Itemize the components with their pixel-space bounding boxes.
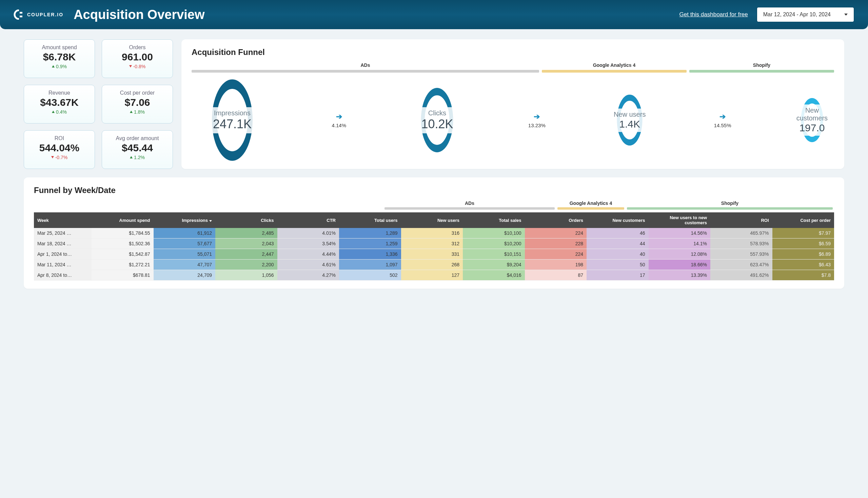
table-row: Mar 11, 2024 …$1,272.2147,7072,2004.61%1…: [34, 260, 834, 270]
cell-orders: 198: [525, 260, 587, 270]
column-header[interactable]: New users: [401, 212, 463, 228]
stage-label: Clicks: [421, 109, 453, 117]
source-label: ADs: [385, 200, 555, 206]
stage-label: New users: [614, 110, 645, 118]
kpi-delta: 0.9%: [52, 64, 67, 69]
kpi-label: Orders: [105, 44, 169, 51]
arrow-right-icon: ➔: [534, 112, 540, 121]
cell-clicks: 2,485: [215, 228, 277, 238]
source-bar: [385, 207, 555, 210]
column-header[interactable]: Impressions: [153, 212, 216, 228]
cell-roi: 557.93%: [710, 249, 772, 260]
kpi-value: 961.00: [105, 51, 169, 63]
coupler-logo-icon: [14, 10, 24, 20]
cell-nu2nc: 14.56%: [649, 228, 711, 238]
column-header[interactable]: Orders: [525, 212, 587, 228]
cell-newcust: 17: [587, 270, 649, 280]
cell-clicks: 2,447: [215, 249, 277, 260]
cell-clicks: 1,056: [215, 270, 277, 280]
stage-value: 1.4K: [614, 118, 645, 130]
funnel-source: ADs: [191, 62, 539, 73]
source-label: Google Analytics 4: [558, 200, 624, 206]
kpi-card: ROI544.04%-0.7%: [24, 130, 95, 169]
conversion-pct: 14.55%: [714, 122, 731, 128]
cell-clicks: 2,043: [215, 238, 277, 249]
cell-week: Apr 8, 2024 to…: [34, 270, 92, 280]
cell-week: Mar 11, 2024 …: [34, 260, 92, 270]
cell-nu2nc: 18.66%: [649, 260, 711, 270]
source-label: ADs: [191, 62, 539, 68]
table-source-bars: ADsGoogle Analytics 4Shopify: [34, 200, 834, 210]
cell-nu2nc: 13.39%: [649, 270, 711, 280]
cell-cpo: $7.8: [772, 270, 834, 280]
cell-newusr: 316: [401, 228, 463, 238]
kpi-delta: 0.4%: [52, 109, 67, 115]
date-range-picker[interactable]: Mar 12, 2024 - Apr 10, 2024: [757, 7, 854, 22]
kpi-delta: 1.8%: [130, 109, 145, 115]
kpi-card: Amount spend$6.78K0.9%: [24, 39, 95, 78]
cell-clicks: 2,200: [215, 260, 277, 270]
source-label: Google Analytics 4: [542, 62, 686, 68]
get-dashboard-link[interactable]: Get this dashboard for free: [680, 11, 748, 18]
cell-totusr: 1,097: [339, 260, 401, 270]
cell-spend: $1,542.87: [92, 249, 153, 260]
cell-cpo: $7.97: [772, 228, 834, 238]
kpi-label: ROI: [27, 135, 91, 142]
cell-orders: 228: [525, 238, 587, 249]
source-bar: [627, 207, 833, 210]
date-range-value: Mar 12, 2024 - Apr 10, 2024: [763, 12, 831, 18]
stage-value: 10.2K: [421, 117, 453, 131]
cell-totusr: 1,259: [339, 238, 401, 249]
column-header[interactable]: ROI: [710, 212, 772, 228]
table-source: Shopify: [626, 200, 834, 210]
table-title: Funnel by Week/Date: [34, 186, 834, 195]
conversion-pct: 13.23%: [528, 122, 546, 128]
stage-overlay: Impressions247.1K: [208, 107, 257, 133]
funnel-table: WeekAmount spendImpressionsClicksCTRTota…: [34, 212, 834, 280]
funnel-source: Google Analytics 4: [542, 62, 686, 73]
cell-sales: $9,204: [463, 260, 525, 270]
top-row: Amount spend$6.78K0.9%Orders961.00-0.8%R…: [24, 39, 844, 169]
svg-rect-1: [20, 16, 22, 17]
column-header[interactable]: CTR: [277, 212, 339, 228]
kpi-value: $7.06: [105, 97, 169, 108]
funnel-source-bars: ADsGoogle Analytics 4Shopify: [191, 62, 834, 73]
cell-roi: 491.62%: [710, 270, 772, 280]
table-panel: Funnel by Week/Date ADsGoogle Analytics …: [24, 178, 844, 289]
stage-value: 247.1K: [213, 117, 252, 131]
table-source: Google Analytics 4: [556, 200, 626, 210]
column-header[interactable]: Total users: [339, 212, 401, 228]
cell-impr: 57,677: [153, 238, 216, 249]
column-header[interactable]: Week: [34, 212, 92, 228]
stage-label: New customers: [796, 106, 829, 122]
cell-spend: $678.81: [92, 270, 153, 280]
cell-roi: 623.47%: [710, 260, 772, 270]
cell-cpo: $6.43: [772, 260, 834, 270]
cell-cpo: $6.89: [772, 249, 834, 260]
cell-nu2nc: 14.1%: [649, 238, 711, 249]
kpi-delta: -0.8%: [129, 64, 146, 69]
table-body: Mar 25, 2024 …$1,784.5561,9122,4854.01%1…: [34, 228, 834, 280]
cell-newcust: 40: [587, 249, 649, 260]
cell-sales: $10,100: [463, 228, 525, 238]
column-header[interactable]: New users to new customers: [649, 212, 711, 228]
conversion-step: ➔4.14%: [332, 112, 346, 128]
column-header[interactable]: New customers: [587, 212, 649, 228]
app-header: COUPLER.IO Acquisition Overview Get this…: [0, 0, 868, 29]
kpi-delta: -0.7%: [51, 155, 68, 160]
cell-ctr: 4.27%: [277, 270, 339, 280]
source-bar: [558, 207, 624, 210]
source-bar: [542, 70, 686, 73]
table-source: ADs: [383, 200, 556, 210]
column-header[interactable]: Amount spend: [92, 212, 153, 228]
page-title: Acquisition Overview: [74, 8, 204, 22]
chevron-down-icon: [844, 14, 847, 16]
column-header[interactable]: Cost per order: [772, 212, 834, 228]
kpi-value: $45.44: [105, 142, 169, 154]
column-header[interactable]: Total sales: [463, 212, 525, 228]
conversion-pct: 4.14%: [332, 122, 346, 128]
cell-impr: 47,707: [153, 260, 216, 270]
column-header[interactable]: Clicks: [215, 212, 277, 228]
source-bar: [689, 70, 834, 73]
funnel-stage: Clicks10.2K: [405, 88, 469, 152]
